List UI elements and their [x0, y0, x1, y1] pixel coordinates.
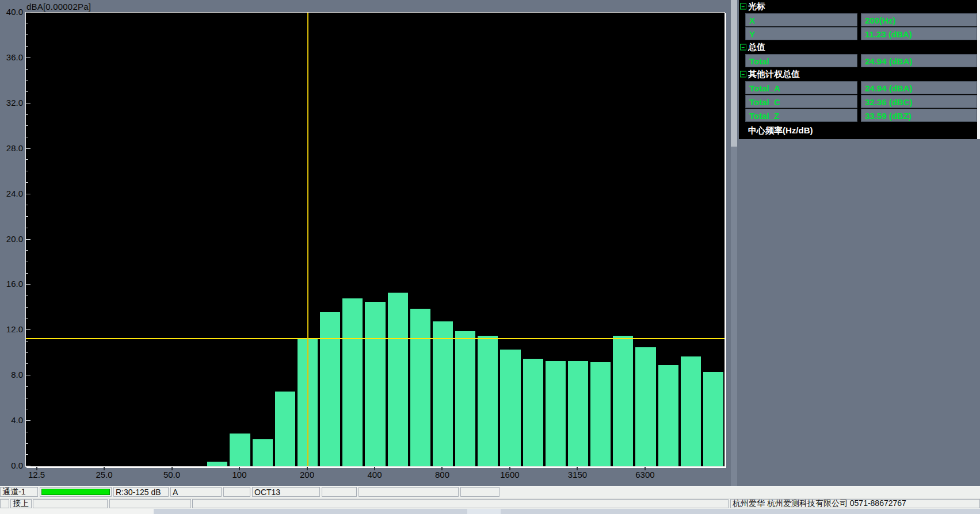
- panel-row-total[interactable]: Total24.94 (dBA): [739, 54, 977, 67]
- y-minor-tick: [26, 137, 28, 137]
- spectrum-bar-12500hz[interactable]: [703, 372, 723, 466]
- y-minor-tick: [26, 91, 28, 92]
- y-major-tick: [26, 103, 30, 103]
- spectrum-bar-80hz[interactable]: [207, 462, 227, 466]
- y-major-tick: [26, 329, 30, 330]
- panel-row-label: Total_A: [745, 81, 857, 94]
- spectrum-bar-630hz[interactable]: [410, 309, 430, 466]
- status-cell-empty: [223, 487, 250, 497]
- spectrum-bar-100hz[interactable]: [230, 434, 250, 466]
- y-minor-tick: [26, 159, 28, 160]
- spectrum-bar-1600hz[interactable]: [500, 350, 520, 466]
- y-minor-tick: [26, 34, 28, 35]
- y-axis-label: 12.0: [0, 325, 23, 333]
- panel-section-title: 其他计权总值: [748, 69, 800, 80]
- taskbar-edge-strip-right: [501, 509, 980, 514]
- status2-cell-empty: [33, 499, 108, 508]
- spectrum-bar-2500hz[interactable]: [546, 361, 566, 466]
- status-cell-R:30-125 dB: R:30-125 dB: [113, 487, 169, 497]
- status2-cell-empty: [109, 499, 191, 508]
- channel-color-cell: [40, 487, 112, 497]
- spectrum-bar-160hz[interactable]: [275, 392, 295, 466]
- spectrum-bar-250hz[interactable]: [320, 312, 340, 466]
- panel-row-total_c[interactable]: Total_C32.36 (dBC): [739, 95, 977, 108]
- status-cell-empty: [460, 487, 499, 497]
- panel-row-total_z[interactable]: Total_Z33.59 (dBZ): [739, 109, 977, 122]
- measurement-panel: −光标X200(Hz)Y11.23 (dBA)−总值Total24.94 (dB…: [739, 0, 977, 509]
- panel-scrollbar-track[interactable]: [731, 0, 737, 509]
- collapse-icon[interactable]: −: [740, 71, 746, 78]
- panel-row-label: X: [745, 13, 857, 26]
- y-major-tick: [26, 57, 30, 58]
- panel-row-label: Total_C: [745, 95, 857, 108]
- y-minor-tick: [26, 125, 28, 126]
- status2-cell-接上: 接上: [10, 499, 32, 508]
- spectrum-plot[interactable]: [25, 12, 725, 467]
- collapse-icon[interactable]: −: [740, 44, 746, 51]
- panel-row-y[interactable]: Y11.23 (dBA): [739, 27, 977, 40]
- panel-row-label: Total_Z: [745, 109, 857, 122]
- spectrum-bar-6300hz[interactable]: [635, 347, 655, 466]
- spectrum-bar-800hz[interactable]: [433, 321, 453, 466]
- y-minor-tick: [26, 398, 28, 398]
- spectrum-bar-10000hz[interactable]: [681, 356, 701, 466]
- spectrum-bar-125hz[interactable]: [253, 439, 273, 466]
- y-axis-label: 24.0: [0, 189, 23, 198]
- status-cell-empty: [322, 487, 357, 497]
- panel-section-title: 中心频率(Hz/dB): [748, 125, 813, 136]
- y-axis-label: 28.0: [0, 144, 23, 152]
- spectrum-bar-1250hz[interactable]: [478, 336, 498, 466]
- y-minor-tick: [26, 352, 28, 353]
- spectrum-bar-2000hz[interactable]: [523, 359, 543, 466]
- y-minor-tick: [26, 46, 28, 47]
- taskbar-edge-strip-left: [0, 509, 154, 514]
- collapse-icon[interactable]: −: [740, 3, 746, 10]
- y-minor-tick: [26, 228, 28, 228]
- channel-color-swatch: [41, 489, 110, 495]
- panel-row-value: 24.94 (dBA): [861, 54, 977, 67]
- status-bar-channel: 通道-1R:30-125 dBAOCT13: [0, 486, 980, 498]
- panel-row-value: 24.94 (dBA): [861, 81, 977, 94]
- x-axis-label: 3150: [557, 470, 597, 480]
- status2-cell-empty: [192, 499, 729, 508]
- spectrum-bar-5000hz[interactable]: [613, 336, 633, 466]
- company-info-cell: 杭州爱华 杭州爱测科技有限公司 0571-88672767: [730, 499, 980, 508]
- panel-scrollbar-thumb[interactable]: [731, 0, 737, 147]
- y-minor-tick: [26, 216, 28, 217]
- y-major-tick: [26, 194, 30, 194]
- taskbar-edge-strip-light: [467, 509, 501, 514]
- y-minor-tick: [26, 114, 28, 115]
- spectrum-bar-8000hz[interactable]: [658, 365, 678, 466]
- y-major-tick: [26, 12, 30, 13]
- y-axis-label: 40.0: [0, 7, 23, 16]
- y-major-tick: [26, 284, 30, 285]
- chart-unit-title: dBA[0.00002Pa]: [26, 2, 91, 11]
- x-axis-label: 12.5: [17, 470, 57, 480]
- panel-row-value: 32.36 (dBC): [861, 95, 977, 108]
- y-minor-tick: [26, 341, 28, 342]
- x-axis-label: 25.0: [84, 470, 124, 480]
- panel-section-header: −光标: [739, 0, 977, 13]
- spectrum-bar-4000hz[interactable]: [590, 362, 611, 466]
- y-major-tick: [26, 420, 30, 421]
- spectrum-bar-1000hz[interactable]: [455, 331, 475, 466]
- window-right-border: [977, 0, 980, 139]
- x-axis-label: 100: [219, 470, 260, 480]
- panel-row-total_a[interactable]: Total_A24.94 (dBA): [739, 81, 977, 94]
- panel-section-title: 总值: [748, 42, 765, 53]
- x-axis-label: 6300: [625, 470, 665, 480]
- panel-row-x[interactable]: X200(Hz): [739, 13, 977, 26]
- panel-row-label: Total: [745, 54, 857, 67]
- spectrum-bar-400hz[interactable]: [365, 302, 385, 466]
- y-major-tick: [26, 466, 30, 466]
- y-major-tick: [26, 239, 30, 240]
- y-minor-tick: [26, 171, 28, 171]
- spectrum-bar-315hz[interactable]: [342, 298, 363, 466]
- spectrum-bar-500hz[interactable]: [388, 293, 408, 466]
- y-minor-tick: [26, 205, 28, 205]
- y-minor-tick: [26, 273, 28, 274]
- y-minor-tick: [26, 386, 28, 387]
- y-axis-label: 0.0: [0, 461, 23, 470]
- spectrum-bar-3150hz[interactable]: [568, 361, 588, 466]
- taskbar-edge-strip-mid: [154, 509, 467, 514]
